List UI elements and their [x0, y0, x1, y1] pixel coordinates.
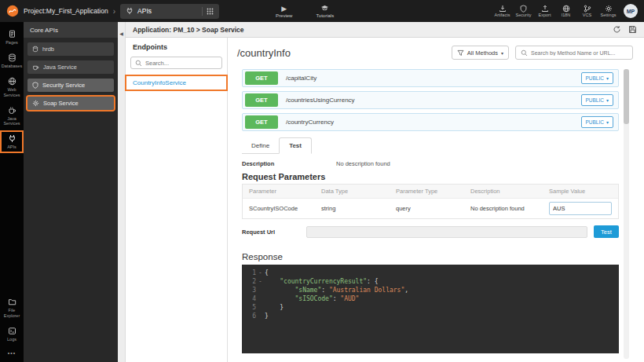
column-header: Sample Value — [549, 188, 618, 195]
caret-down-icon: ▾ — [606, 97, 609, 103]
sidebar-item-apis[interactable]: APIs — [1, 131, 23, 152]
left-sidebar: Pages Databases Web Services Java Servic… — [0, 22, 24, 362]
pages-icon — [8, 30, 16, 38]
settings-button[interactable]: Settings — [598, 5, 618, 18]
refresh-icon[interactable] — [613, 25, 621, 34]
code-key: "sName" — [295, 286, 322, 294]
database-icon — [8, 53, 16, 62]
save-icon[interactable] — [628, 25, 637, 34]
avatar[interactable]: MP — [624, 4, 638, 18]
sidebar-label: File Explorer — [1, 308, 23, 319]
sidebar-label: Logs — [7, 337, 16, 342]
action-label: I18N — [562, 13, 571, 18]
endpoints-search-input[interactable] — [145, 60, 218, 67]
method-badge-get[interactable]: GET — [245, 115, 278, 129]
sidebar-label: APIs — [7, 144, 16, 150]
method-badge-get[interactable]: GET — [245, 93, 278, 107]
request-url-input[interactable] — [306, 226, 587, 238]
endpoint-item-countryinfoservice[interactable]: CountryInfoService — [126, 75, 227, 90]
test-button[interactable]: Test — [594, 225, 619, 238]
caret-down-icon: ▾ — [501, 50, 503, 56]
visibility-dropdown[interactable]: PUBLIC ▾ — [581, 94, 614, 106]
sidebar-item-java-services[interactable]: Java Services — [1, 103, 23, 130]
core-item-label: Java Service — [43, 64, 77, 71]
i18n-button[interactable]: I18N — [556, 5, 576, 18]
workspace-tab-label: APIs — [137, 7, 152, 15]
core-item-soap-service[interactable]: Soap Service — [27, 97, 114, 110]
vcs-button[interactable]: VCS — [577, 5, 597, 18]
preview-button[interactable]: ▶ Preview — [276, 5, 292, 18]
endpoint-row-countriesusingcurrency[interactable]: GET /countriesUsingCurrency PUBLIC ▾ — [242, 91, 619, 109]
core-item-java-service[interactable]: Java Service — [27, 60, 114, 74]
code-line: 3 "sName": "Australian Dollars", — [242, 286, 619, 294]
endpoint-row-countrycurrency[interactable]: GET /countryCurrency PUBLIC ▾ — [242, 113, 619, 131]
wavemaker-logo-icon — [6, 5, 19, 17]
grid-icon[interactable] — [207, 8, 214, 15]
sidebar-item-logs[interactable]: Logs — [1, 324, 23, 345]
code-line: 6} — [242, 312, 619, 320]
code-text — [265, 286, 295, 294]
code-key: "sISOCode" — [295, 294, 333, 303]
endpoint-path: /countryCurrency — [286, 119, 334, 126]
code-line: 4 "sISOCode": "AUD" — [242, 294, 619, 303]
column-header: Description — [470, 188, 549, 195]
response-title: Response — [242, 252, 644, 261]
code-text: { — [265, 269, 269, 277]
workspace-tab-apis[interactable]: APIs — [120, 4, 219, 19]
endpoint-row-capitalcity[interactable]: GET /capitalCity PUBLIC ▾ — [242, 69, 619, 87]
project-name[interactable]: Project:My_First_Application — [24, 7, 108, 15]
visibility-dropdown[interactable]: PUBLIC ▾ — [581, 72, 614, 84]
sidebar-label: Java Services — [1, 116, 23, 127]
method-search-input[interactable] — [531, 50, 628, 56]
folder-icon — [8, 298, 16, 306]
method-search[interactable] — [515, 46, 633, 60]
action-label: Artifacts — [495, 13, 510, 18]
core-item-security-service[interactable]: Security Service — [27, 79, 114, 92]
more-options-button[interactable]: ••• — [8, 347, 16, 359]
artifacts-icon — [499, 5, 507, 13]
core-apis-title: Core APIs — [30, 27, 58, 34]
table-header-row: Parameter Data Type Parameter Type Descr… — [243, 185, 618, 198]
visibility-dropdown[interactable]: PUBLIC ▾ — [581, 116, 614, 128]
artifacts-button[interactable]: Artifacts — [492, 5, 512, 18]
search-icon — [521, 49, 528, 57]
methods-filter-dropdown[interactable]: All Methods ▾ — [452, 46, 509, 60]
vertical-scrollbar[interactable] — [624, 69, 629, 359]
column-header: Parameter — [243, 188, 321, 195]
core-apis-panel: Core APIs hrdb Java Service Security Ser… — [24, 22, 118, 362]
core-item-label: Soap Service — [43, 100, 79, 107]
line-number: 1 — [242, 269, 256, 277]
description-label: Description — [242, 160, 336, 167]
sidebar-item-web-services[interactable]: Web Services — [1, 74, 23, 101]
line-number: 2 — [242, 277, 256, 286]
core-item-hrdb[interactable]: hrdb — [27, 42, 114, 56]
endpoint-path: /capitalCity — [286, 75, 317, 82]
database-icon — [32, 46, 38, 53]
define-test-tabs: Define Test — [242, 137, 644, 154]
tutorials-button[interactable]: Tutorials — [316, 5, 334, 18]
line-number: 4 — [242, 294, 256, 303]
tab-test[interactable]: Test — [279, 137, 312, 154]
panel-collapse-strip[interactable]: ◀ — [118, 22, 126, 362]
sidebar-item-file-explorer[interactable]: File Explorer — [1, 294, 23, 321]
core-item-label: hrdb — [42, 46, 54, 53]
visibility-label: PUBLIC — [586, 75, 604, 81]
sample-value-cell — [549, 202, 618, 215]
scrollbar-thumb[interactable] — [624, 69, 629, 124]
method-badge-get[interactable]: GET — [245, 71, 278, 85]
export-button[interactable]: Export — [535, 5, 554, 18]
security-button[interactable]: Security — [514, 5, 533, 18]
collapse-left-icon[interactable]: ◀ — [118, 31, 125, 36]
description-value: No description found — [336, 160, 390, 167]
request-parameters-table: Parameter Data Type Parameter Type Descr… — [242, 184, 619, 219]
sidebar-item-databases[interactable]: Databases — [1, 50, 23, 71]
endpoints-search[interactable] — [130, 57, 222, 69]
sidebar-item-pages[interactable]: Pages — [1, 27, 23, 48]
action-label: Export — [539, 13, 551, 18]
tab-define[interactable]: Define — [242, 137, 279, 154]
description-row: Description No description found — [242, 160, 644, 167]
sample-value-input[interactable] — [549, 202, 612, 215]
line-number: 5 — [242, 303, 256, 312]
gear-icon — [605, 5, 613, 13]
code-string: "AUD" — [340, 294, 359, 303]
